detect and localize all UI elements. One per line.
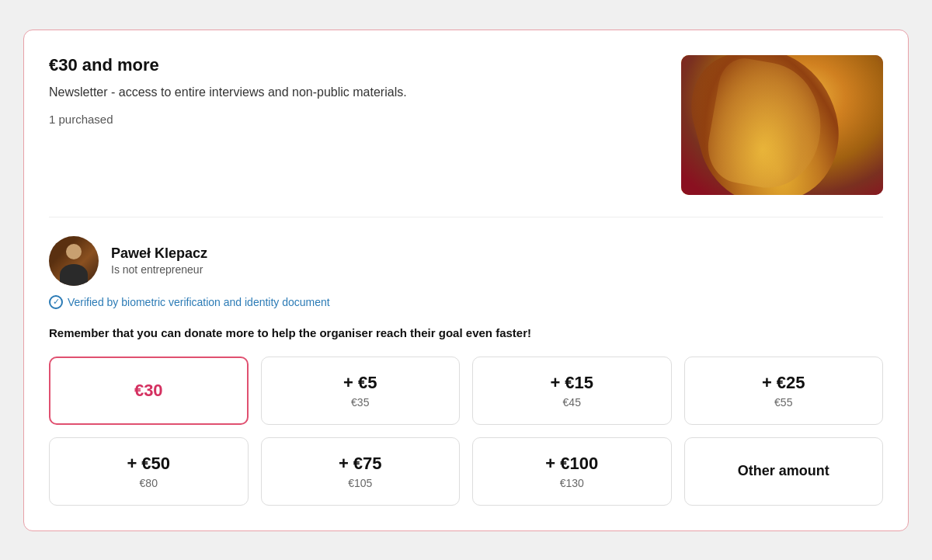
amount-btn-plus50[interactable]: + €50 €80: [49, 437, 249, 506]
reward-description: Newsletter - access to entire interviews…: [49, 83, 656, 102]
amount-btn-plus15[interactable]: + €15 €45: [472, 357, 672, 425]
amount-sub-plus5: €35: [351, 396, 369, 409]
verified-text: Verified by biometric verification and i…: [68, 296, 330, 308]
author-section: Paweł Klepacz Is not entrepreneur: [49, 236, 883, 286]
amount-sub-plus50: €80: [140, 477, 158, 489]
verified-icon: ✓: [49, 295, 63, 309]
amount-btn-plus25[interactable]: + €25 €55: [684, 357, 884, 425]
amount-grid: €30 + €5 €35 + €15 €45 + €25 €55 + €50 €…: [49, 357, 883, 506]
amount-btn-other[interactable]: Other amount: [684, 437, 884, 506]
amount-main-other: Other amount: [738, 463, 829, 479]
verified-badge: ✓ Verified by biometric verification and…: [49, 295, 883, 309]
amount-main-plus50: + €50: [127, 454, 170, 474]
author-role: Is not entrepreneur: [111, 263, 207, 276]
reward-image-inner: [681, 55, 883, 195]
avatar: [49, 236, 99, 286]
amount-sub-plus25: €55: [774, 396, 792, 409]
amount-main-plus5: + €5: [343, 373, 377, 393]
purchased-badge: 1 purchased: [49, 113, 656, 126]
reward-title: €30 and more: [49, 55, 656, 75]
amount-main-plus100: + €100: [545, 454, 598, 474]
amount-main-plus75: + €75: [339, 454, 382, 474]
reward-info: €30 and more Newsletter - access to enti…: [49, 55, 681, 126]
divider: [49, 217, 883, 217]
amount-sub-plus100: €130: [560, 477, 584, 489]
amount-main-plus15: + €15: [550, 373, 593, 393]
amount-sub-plus15: €45: [563, 396, 581, 409]
author-name: Paweł Klepacz: [111, 245, 207, 262]
top-section: €30 and more Newsletter - access to enti…: [49, 55, 883, 195]
amount-btn-plus5[interactable]: + €5 €35: [261, 357, 461, 425]
reward-card: €30 and more Newsletter - access to enti…: [23, 30, 909, 531]
amount-btn-plus75[interactable]: + €75 €105: [261, 437, 461, 506]
author-info: Paweł Klepacz Is not entrepreneur: [111, 245, 207, 276]
amount-main-base: €30: [134, 381, 163, 401]
reward-image: [681, 55, 883, 195]
amount-main-plus25: + €25: [762, 373, 805, 393]
amount-btn-plus100[interactable]: + €100 €130: [472, 437, 672, 506]
donate-prompt: Remember that you can donate more to hel…: [49, 325, 883, 341]
amount-sub-plus75: €105: [348, 477, 372, 489]
amount-btn-base[interactable]: €30: [49, 357, 249, 425]
